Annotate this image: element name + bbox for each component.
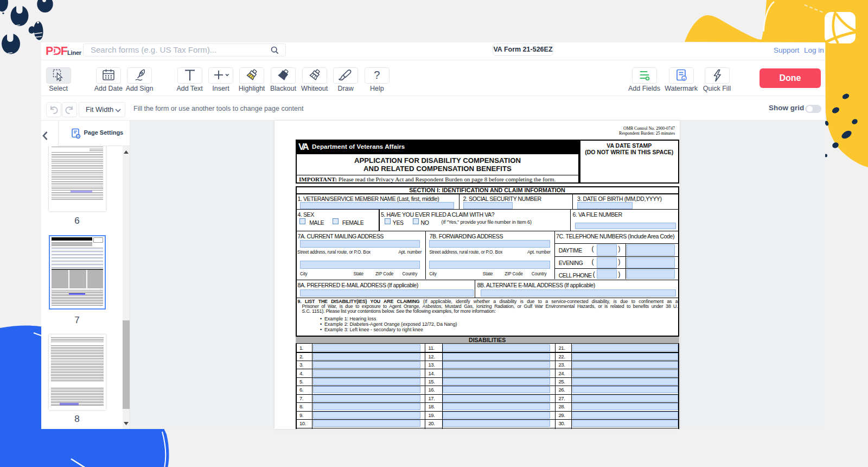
svg-text:VA: VA bbox=[298, 142, 309, 152]
